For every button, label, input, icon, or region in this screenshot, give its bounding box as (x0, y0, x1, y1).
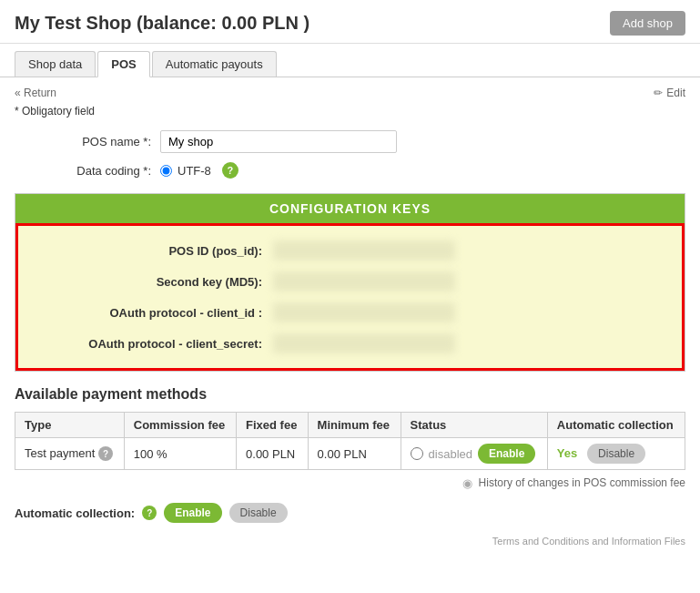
cell-min-fee: 0.00 PLN (308, 438, 401, 470)
history-link[interactable]: ◉ History of changes in POS commission f… (461, 475, 685, 490)
return-link[interactable]: « Return (15, 87, 56, 99)
config-section: CONFIGURATION KEYS POS ID (pos_id): Seco… (15, 193, 685, 372)
page-wrapper: My Test Shop (balance: 0.00 PLN ) Add sh… (0, 0, 700, 567)
table-header-row: Type Commission fee Fixed fee Minimum fe… (15, 413, 685, 438)
config-md5-value (273, 271, 455, 291)
config-clientid-value (273, 302, 455, 322)
page-title: My Test Shop (balance: 0.00 PLN ) (15, 13, 309, 34)
page-header: My Test Shop (balance: 0.00 PLN ) Add sh… (0, 0, 700, 44)
tab-automatic-payouts[interactable]: Automatic payouts (152, 51, 277, 77)
auto-collection-yes: Yes (557, 446, 577, 460)
pencil-icon (654, 87, 663, 99)
auto-collection-enable-button[interactable]: Enable (164, 503, 221, 523)
config-posid-value (273, 240, 455, 261)
col-status: Status (401, 413, 547, 438)
col-min-fee: Minimum fee (308, 413, 401, 438)
tabs-bar: Shop data POS Automatic payouts (0, 44, 700, 77)
auto-collection-help-icon[interactable]: ? (142, 506, 157, 520)
col-type: Type (15, 413, 125, 438)
help-icon[interactable]: ? (222, 162, 238, 179)
cell-fixed-fee: 0.00 PLN (237, 438, 309, 470)
status-text: disabled (429, 447, 472, 461)
config-posid-label: POS ID (pos_id): (36, 244, 273, 258)
obligatory-note: * Obligatory field (15, 105, 685, 118)
col-fixed-fee: Fixed fee (237, 413, 309, 438)
edit-link[interactable]: Edit (654, 87, 685, 99)
payment-section: Available payment methods Type Commissio… (15, 386, 685, 496)
payment-section-title: Available payment methods (15, 386, 685, 403)
data-coding-row: Data coding *: UTF-8 ? (15, 162, 685, 179)
history-link-row: ◉ History of changes in POS commission f… (15, 470, 685, 496)
table-row: Test payment ? 100 % 0.00 PLN 0.00 PLN d… (15, 438, 685, 470)
cell-commission: 100 % (124, 438, 236, 470)
status-cell: disabled Enable (411, 444, 538, 464)
config-clientsecret-value (273, 333, 455, 353)
data-coding-label: Data coding *: (15, 164, 160, 178)
payment-help-icon[interactable]: ? (98, 446, 113, 461)
payment-type-label: Test payment (25, 446, 95, 460)
auto-collection-row: Automatic collection: ? Enable Disable (15, 503, 685, 523)
add-shop-button[interactable]: Add shop (610, 11, 685, 36)
config-md5-label: Second key (MD5): (36, 275, 273, 289)
data-coding-group: UTF-8 ? (160, 162, 238, 179)
clock-icon: ◉ (461, 475, 475, 490)
disable-button-row[interactable]: Disable (587, 444, 645, 464)
col-commission: Commission fee (124, 413, 236, 438)
col-auto-collection: Automatic collection (547, 413, 685, 438)
config-header: CONFIGURATION KEYS (15, 194, 685, 223)
utf8-radio[interactable] (160, 165, 172, 177)
tab-shop-data[interactable]: Shop data (15, 51, 96, 77)
cell-auto-collection: Yes Disable (547, 438, 685, 470)
pos-name-row: POS name *: (15, 130, 685, 153)
config-row-client-secret: OAuth protocol - client_secret: (36, 328, 664, 359)
cell-status: disabled Enable (401, 438, 547, 470)
history-link-text: History of changes in POS commission fee (479, 476, 685, 489)
footer-link-row: Terms and Conditions and Information Fil… (15, 530, 685, 552)
config-clientid-label: OAuth protocol - client_id : (36, 306, 273, 320)
config-row-md5: Second key (MD5): (36, 266, 664, 297)
edit-label: Edit (666, 87, 685, 99)
config-row-client-id: OAuth protocol - client_id : (36, 297, 664, 328)
pos-name-label: POS name *: (15, 135, 160, 148)
config-clientsecret-label: OAuth protocol - client_secret: (36, 337, 273, 351)
enable-button[interactable]: Enable (478, 444, 535, 464)
payment-table: Type Commission fee Fixed fee Minimum fe… (15, 412, 685, 470)
tab-pos[interactable]: POS (97, 51, 149, 77)
top-actions: « Return Edit (15, 87, 685, 99)
config-body: POS ID (pos_id): Second key (MD5): OAuth… (15, 223, 685, 371)
auto-collection-label: Automatic collection: (15, 506, 135, 520)
cell-type: Test payment ? (15, 438, 125, 470)
status-radio[interactable] (411, 447, 423, 460)
auto-collection-disable-button[interactable]: Disable (229, 503, 288, 523)
terms-link[interactable]: Terms and Conditions and Information Fil… (492, 536, 685, 547)
config-row-posid: POS ID (pos_id): (36, 235, 664, 266)
main-content: « Return Edit * Obligatory field POS nam… (0, 77, 700, 567)
pos-name-input[interactable] (160, 130, 397, 153)
utf8-label: UTF-8 (178, 164, 211, 178)
